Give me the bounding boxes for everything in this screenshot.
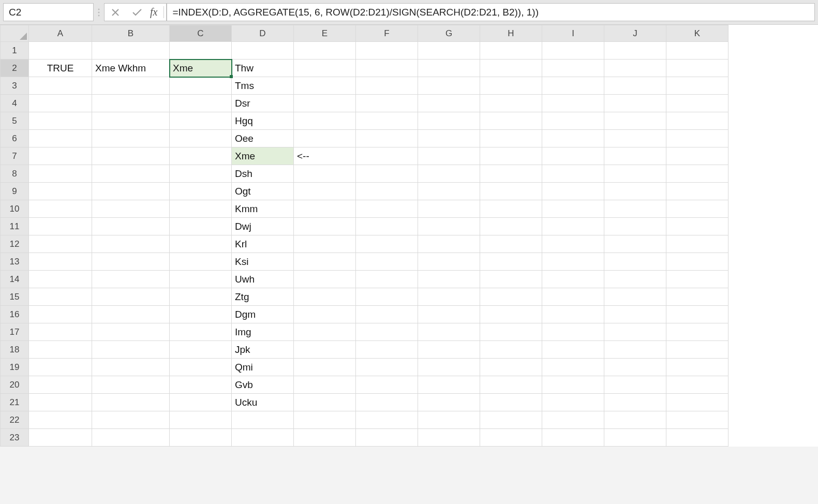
cell-G11[interactable] [418, 218, 480, 235]
cell-E5[interactable] [294, 112, 356, 130]
cell-B8[interactable] [92, 165, 170, 183]
cell-B5[interactable] [92, 112, 170, 130]
row-header-18[interactable]: 18 [1, 341, 29, 359]
cell-D16[interactable]: Dgm [232, 306, 294, 323]
cell-E20[interactable] [294, 376, 356, 394]
cell-H9[interactable] [480, 183, 542, 200]
cell-A23[interactable] [29, 429, 92, 447]
cell-D8[interactable]: Dsh [232, 165, 294, 183]
cell-E18[interactable] [294, 341, 356, 359]
row-header-2[interactable]: 2 [1, 60, 29, 77]
cell-C3[interactable] [170, 77, 232, 95]
cell-K9[interactable] [666, 183, 728, 200]
cell-A18[interactable] [29, 341, 92, 359]
cell-G22[interactable] [418, 411, 480, 429]
cell-F19[interactable] [356, 359, 418, 376]
cell-B11[interactable] [92, 218, 170, 235]
cell-I7[interactable] [542, 147, 604, 165]
cell-F7[interactable] [356, 147, 418, 165]
cell-C4[interactable] [170, 95, 232, 112]
cell-B17[interactable] [92, 323, 170, 341]
cell-K23[interactable] [666, 429, 728, 447]
cell-H10[interactable] [480, 200, 542, 218]
cell-H20[interactable] [480, 376, 542, 394]
cell-C16[interactable] [170, 306, 232, 323]
cell-A20[interactable] [29, 376, 92, 394]
cell-A12[interactable] [29, 235, 92, 253]
cell-E8[interactable] [294, 165, 356, 183]
cell-J14[interactable] [604, 271, 666, 288]
cell-E6[interactable] [294, 130, 356, 147]
cell-G14[interactable] [418, 271, 480, 288]
row-header-3[interactable]: 3 [1, 77, 29, 95]
row-header-12[interactable]: 12 [1, 235, 29, 253]
row-header-9[interactable]: 9 [1, 183, 29, 200]
column-header-F[interactable]: F [356, 25, 418, 42]
cell-D23[interactable] [232, 429, 294, 447]
cell-D7[interactable]: Xme [232, 147, 294, 165]
row-header-10[interactable]: 10 [1, 200, 29, 218]
cell-F8[interactable] [356, 165, 418, 183]
cell-K20[interactable] [666, 376, 728, 394]
cell-E14[interactable] [294, 271, 356, 288]
cell-J19[interactable] [604, 359, 666, 376]
cell-I13[interactable] [542, 253, 604, 271]
cell-H21[interactable] [480, 394, 542, 411]
cell-I4[interactable] [542, 95, 604, 112]
cell-B3[interactable] [92, 77, 170, 95]
cell-F16[interactable] [356, 306, 418, 323]
cell-I6[interactable] [542, 130, 604, 147]
cell-I19[interactable] [542, 359, 604, 376]
cell-H14[interactable] [480, 271, 542, 288]
cell-I21[interactable] [542, 394, 604, 411]
cell-F17[interactable] [356, 323, 418, 341]
spreadsheet-grid[interactable]: ABCDEFGHIJK 12TRUEXme WkhmXmeThw3Tms4Dsr… [0, 25, 818, 447]
cell-K13[interactable] [666, 253, 728, 271]
cell-F21[interactable] [356, 394, 418, 411]
cell-H15[interactable] [480, 288, 542, 306]
cell-E2[interactable] [294, 60, 356, 77]
cell-H18[interactable] [480, 341, 542, 359]
cell-G12[interactable] [418, 235, 480, 253]
cell-K5[interactable] [666, 112, 728, 130]
cell-D2[interactable]: Thw [232, 60, 294, 77]
cell-I16[interactable] [542, 306, 604, 323]
cell-E17[interactable] [294, 323, 356, 341]
cell-J10[interactable] [604, 200, 666, 218]
cell-B23[interactable] [92, 429, 170, 447]
cell-B21[interactable] [92, 394, 170, 411]
cell-C5[interactable] [170, 112, 232, 130]
cell-F22[interactable] [356, 411, 418, 429]
cell-G6[interactable] [418, 130, 480, 147]
cell-I1[interactable] [542, 42, 604, 60]
cell-K22[interactable] [666, 411, 728, 429]
cell-C13[interactable] [170, 253, 232, 271]
cell-J12[interactable] [604, 235, 666, 253]
cell-H3[interactable] [480, 77, 542, 95]
cell-B19[interactable] [92, 359, 170, 376]
cell-A16[interactable] [29, 306, 92, 323]
cell-G18[interactable] [418, 341, 480, 359]
cell-J23[interactable] [604, 429, 666, 447]
column-header-B[interactable]: B [92, 25, 170, 42]
cell-I3[interactable] [542, 77, 604, 95]
cell-D22[interactable] [232, 411, 294, 429]
select-all-corner[interactable] [1, 25, 29, 42]
cell-F4[interactable] [356, 95, 418, 112]
cell-C20[interactable] [170, 376, 232, 394]
cell-J1[interactable] [604, 42, 666, 60]
cell-H11[interactable] [480, 218, 542, 235]
cell-D17[interactable]: Img [232, 323, 294, 341]
row-header-6[interactable]: 6 [1, 130, 29, 147]
cell-C15[interactable] [170, 288, 232, 306]
cell-J13[interactable] [604, 253, 666, 271]
cell-K6[interactable] [666, 130, 728, 147]
cell-A11[interactable] [29, 218, 92, 235]
cell-C11[interactable] [170, 218, 232, 235]
cell-H7[interactable] [480, 147, 542, 165]
cell-D1[interactable] [232, 42, 294, 60]
cell-C17[interactable] [170, 323, 232, 341]
cell-E7[interactable]: <-- [294, 147, 356, 165]
cell-B12[interactable] [92, 235, 170, 253]
cell-B14[interactable] [92, 271, 170, 288]
